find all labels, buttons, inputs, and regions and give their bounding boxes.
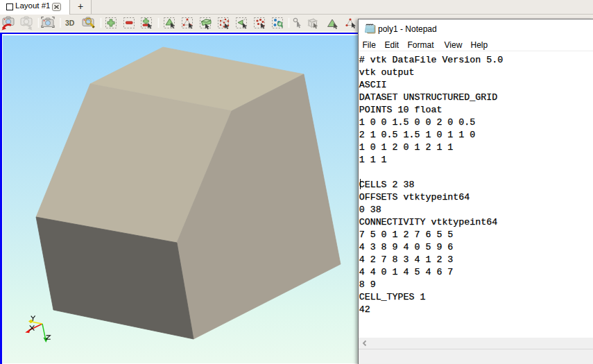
svg-text:3D: 3D <box>65 19 75 27</box>
